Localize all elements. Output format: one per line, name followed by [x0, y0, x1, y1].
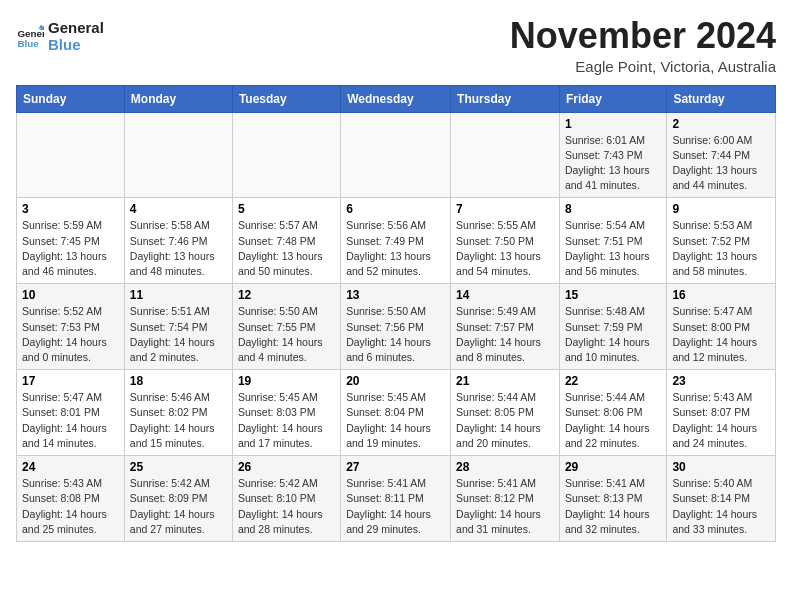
calendar-cell: 17Sunrise: 5:47 AM Sunset: 8:01 PM Dayli…	[17, 370, 125, 456]
day-detail: Sunrise: 5:43 AM Sunset: 8:07 PM Dayligh…	[672, 390, 770, 451]
day-number: 7	[456, 202, 554, 216]
weekday-header-thursday: Thursday	[451, 85, 560, 112]
calendar-cell: 29Sunrise: 5:41 AM Sunset: 8:13 PM Dayli…	[559, 456, 666, 542]
day-number: 25	[130, 460, 227, 474]
day-detail: Sunrise: 5:52 AM Sunset: 7:53 PM Dayligh…	[22, 304, 119, 365]
calendar-cell: 2Sunrise: 6:00 AM Sunset: 7:44 PM Daylig…	[667, 112, 776, 198]
weekday-header-row: SundayMondayTuesdayWednesdayThursdayFrid…	[17, 85, 776, 112]
day-number: 18	[130, 374, 227, 388]
day-number: 30	[672, 460, 770, 474]
header: General Blue General Blue November 2024 …	[16, 16, 776, 75]
day-detail: Sunrise: 5:43 AM Sunset: 8:08 PM Dayligh…	[22, 476, 119, 537]
calendar-cell: 20Sunrise: 5:45 AM Sunset: 8:04 PM Dayli…	[341, 370, 451, 456]
day-detail: Sunrise: 5:53 AM Sunset: 7:52 PM Dayligh…	[672, 218, 770, 279]
day-detail: Sunrise: 5:47 AM Sunset: 8:01 PM Dayligh…	[22, 390, 119, 451]
calendar-cell: 24Sunrise: 5:43 AM Sunset: 8:08 PM Dayli…	[17, 456, 125, 542]
calendar-cell: 27Sunrise: 5:41 AM Sunset: 8:11 PM Dayli…	[341, 456, 451, 542]
day-detail: Sunrise: 5:45 AM Sunset: 8:03 PM Dayligh…	[238, 390, 335, 451]
calendar-cell	[341, 112, 451, 198]
day-detail: Sunrise: 6:01 AM Sunset: 7:43 PM Dayligh…	[565, 133, 661, 194]
svg-text:Blue: Blue	[17, 37, 39, 48]
day-detail: Sunrise: 5:51 AM Sunset: 7:54 PM Dayligh…	[130, 304, 227, 365]
calendar-cell: 3Sunrise: 5:59 AM Sunset: 7:45 PM Daylig…	[17, 198, 125, 284]
calendar-cell: 11Sunrise: 5:51 AM Sunset: 7:54 PM Dayli…	[124, 284, 232, 370]
calendar-week-row: 3Sunrise: 5:59 AM Sunset: 7:45 PM Daylig…	[17, 198, 776, 284]
day-detail: Sunrise: 5:57 AM Sunset: 7:48 PM Dayligh…	[238, 218, 335, 279]
day-detail: Sunrise: 6:00 AM Sunset: 7:44 PM Dayligh…	[672, 133, 770, 194]
calendar-week-row: 1Sunrise: 6:01 AM Sunset: 7:43 PM Daylig…	[17, 112, 776, 198]
calendar-cell: 8Sunrise: 5:54 AM Sunset: 7:51 PM Daylig…	[559, 198, 666, 284]
day-number: 21	[456, 374, 554, 388]
day-detail: Sunrise: 5:50 AM Sunset: 7:55 PM Dayligh…	[238, 304, 335, 365]
calendar-cell: 22Sunrise: 5:44 AM Sunset: 8:06 PM Dayli…	[559, 370, 666, 456]
day-number: 5	[238, 202, 335, 216]
day-number: 1	[565, 117, 661, 131]
calendar-cell: 30Sunrise: 5:40 AM Sunset: 8:14 PM Dayli…	[667, 456, 776, 542]
day-number: 27	[346, 460, 445, 474]
weekday-header-friday: Friday	[559, 85, 666, 112]
weekday-header-saturday: Saturday	[667, 85, 776, 112]
calendar-cell: 25Sunrise: 5:42 AM Sunset: 8:09 PM Dayli…	[124, 456, 232, 542]
day-number: 2	[672, 117, 770, 131]
calendar-cell	[124, 112, 232, 198]
weekday-header-monday: Monday	[124, 85, 232, 112]
calendar-week-row: 10Sunrise: 5:52 AM Sunset: 7:53 PM Dayli…	[17, 284, 776, 370]
day-number: 23	[672, 374, 770, 388]
day-detail: Sunrise: 5:44 AM Sunset: 8:06 PM Dayligh…	[565, 390, 661, 451]
calendar-cell: 19Sunrise: 5:45 AM Sunset: 8:03 PM Dayli…	[232, 370, 340, 456]
logo-general: General	[48, 20, 104, 37]
day-detail: Sunrise: 5:50 AM Sunset: 7:56 PM Dayligh…	[346, 304, 445, 365]
title-block: November 2024 Eagle Point, Victoria, Aus…	[510, 16, 776, 75]
day-number: 3	[22, 202, 119, 216]
day-detail: Sunrise: 5:56 AM Sunset: 7:49 PM Dayligh…	[346, 218, 445, 279]
day-detail: Sunrise: 5:49 AM Sunset: 7:57 PM Dayligh…	[456, 304, 554, 365]
calendar-cell: 9Sunrise: 5:53 AM Sunset: 7:52 PM Daylig…	[667, 198, 776, 284]
logo-blue: Blue	[48, 37, 104, 54]
calendar-cell	[232, 112, 340, 198]
day-number: 26	[238, 460, 335, 474]
calendar-cell: 14Sunrise: 5:49 AM Sunset: 7:57 PM Dayli…	[451, 284, 560, 370]
calendar-table: SundayMondayTuesdayWednesdayThursdayFrid…	[16, 85, 776, 542]
calendar-cell: 13Sunrise: 5:50 AM Sunset: 7:56 PM Dayli…	[341, 284, 451, 370]
calendar-cell: 28Sunrise: 5:41 AM Sunset: 8:12 PM Dayli…	[451, 456, 560, 542]
day-detail: Sunrise: 5:59 AM Sunset: 7:45 PM Dayligh…	[22, 218, 119, 279]
calendar-cell: 1Sunrise: 6:01 AM Sunset: 7:43 PM Daylig…	[559, 112, 666, 198]
day-number: 4	[130, 202, 227, 216]
day-detail: Sunrise: 5:46 AM Sunset: 8:02 PM Dayligh…	[130, 390, 227, 451]
day-detail: Sunrise: 5:47 AM Sunset: 8:00 PM Dayligh…	[672, 304, 770, 365]
calendar-cell: 26Sunrise: 5:42 AM Sunset: 8:10 PM Dayli…	[232, 456, 340, 542]
logo-icon: General Blue	[16, 23, 44, 51]
day-detail: Sunrise: 5:58 AM Sunset: 7:46 PM Dayligh…	[130, 218, 227, 279]
day-number: 16	[672, 288, 770, 302]
day-detail: Sunrise: 5:55 AM Sunset: 7:50 PM Dayligh…	[456, 218, 554, 279]
day-detail: Sunrise: 5:44 AM Sunset: 8:05 PM Dayligh…	[456, 390, 554, 451]
day-detail: Sunrise: 5:41 AM Sunset: 8:12 PM Dayligh…	[456, 476, 554, 537]
day-number: 10	[22, 288, 119, 302]
calendar-cell: 12Sunrise: 5:50 AM Sunset: 7:55 PM Dayli…	[232, 284, 340, 370]
day-detail: Sunrise: 5:42 AM Sunset: 8:10 PM Dayligh…	[238, 476, 335, 537]
weekday-header-tuesday: Tuesday	[232, 85, 340, 112]
weekday-header-wednesday: Wednesday	[341, 85, 451, 112]
day-number: 29	[565, 460, 661, 474]
calendar-cell: 15Sunrise: 5:48 AM Sunset: 7:59 PM Dayli…	[559, 284, 666, 370]
day-number: 17	[22, 374, 119, 388]
day-detail: Sunrise: 5:54 AM Sunset: 7:51 PM Dayligh…	[565, 218, 661, 279]
day-detail: Sunrise: 5:42 AM Sunset: 8:09 PM Dayligh…	[130, 476, 227, 537]
weekday-header-sunday: Sunday	[17, 85, 125, 112]
location-subtitle: Eagle Point, Victoria, Australia	[510, 58, 776, 75]
day-number: 6	[346, 202, 445, 216]
calendar-cell: 16Sunrise: 5:47 AM Sunset: 8:00 PM Dayli…	[667, 284, 776, 370]
day-number: 20	[346, 374, 445, 388]
day-number: 19	[238, 374, 335, 388]
day-detail: Sunrise: 5:45 AM Sunset: 8:04 PM Dayligh…	[346, 390, 445, 451]
month-title: November 2024	[510, 16, 776, 56]
calendar-cell: 21Sunrise: 5:44 AM Sunset: 8:05 PM Dayli…	[451, 370, 560, 456]
day-detail: Sunrise: 5:48 AM Sunset: 7:59 PM Dayligh…	[565, 304, 661, 365]
day-number: 15	[565, 288, 661, 302]
day-detail: Sunrise: 5:41 AM Sunset: 8:11 PM Dayligh…	[346, 476, 445, 537]
calendar-cell: 4Sunrise: 5:58 AM Sunset: 7:46 PM Daylig…	[124, 198, 232, 284]
calendar-cell: 6Sunrise: 5:56 AM Sunset: 7:49 PM Daylig…	[341, 198, 451, 284]
calendar-cell: 7Sunrise: 5:55 AM Sunset: 7:50 PM Daylig…	[451, 198, 560, 284]
day-number: 14	[456, 288, 554, 302]
day-number: 8	[565, 202, 661, 216]
